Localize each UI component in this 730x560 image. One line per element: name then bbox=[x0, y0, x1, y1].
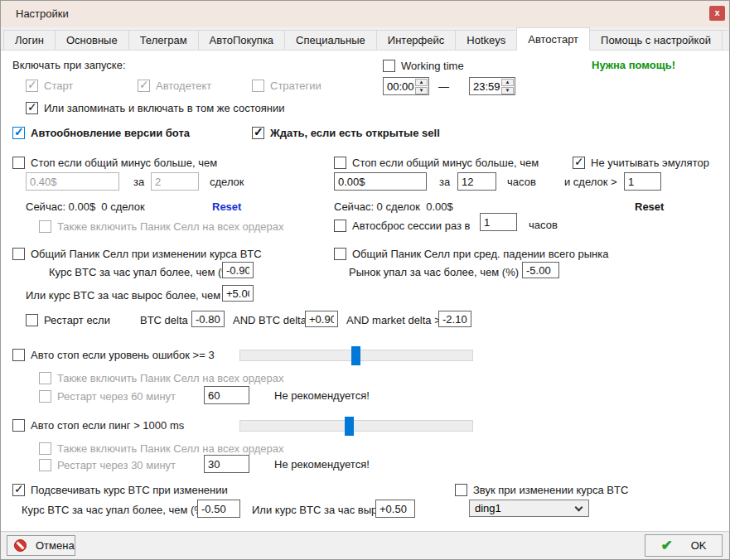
cancel-button[interactable]: Отмена bbox=[7, 535, 75, 556]
ping-level-slider[interactable] bbox=[239, 420, 473, 432]
errors-panic-sell-checkbox[interactable]: Также включить Паник Селл на всех ордера… bbox=[39, 370, 284, 385]
stop-hours-input[interactable] bbox=[457, 172, 496, 191]
checkbox-label: Авто стоп если уровень ошибок >= 3 bbox=[31, 349, 215, 361]
time-from-spinner[interactable]: 00:00 ▲ ▼ bbox=[383, 77, 429, 95]
stop-amount-mid-input[interactable] bbox=[334, 172, 427, 191]
checkbox-icon bbox=[12, 157, 25, 169]
market-panic-checkbox[interactable]: Общий Паник Селл при сред. падении всего… bbox=[334, 246, 608, 261]
tab-login[interactable]: Логин bbox=[3, 30, 56, 51]
checkbox-icon bbox=[12, 419, 25, 432]
btc-fell-input[interactable] bbox=[222, 262, 254, 278]
tab-autostart[interactable]: Автостарт bbox=[516, 27, 590, 51]
highlight-fell-input[interactable] bbox=[197, 500, 240, 518]
spin-up-icon[interactable]: ▲ bbox=[501, 79, 514, 86]
working-time-checkbox[interactable]: Working time bbox=[383, 58, 464, 73]
checkbox-label: Рестарт через 30 минут bbox=[57, 459, 176, 471]
checkbox-icon bbox=[12, 349, 25, 361]
checkbox-icon bbox=[12, 484, 25, 496]
session-autoreset-checkbox[interactable]: Автосброс сессии раз в bbox=[334, 218, 471, 233]
autodetect-checkbox[interactable]: Автодетект bbox=[138, 78, 211, 93]
ok-label: OK bbox=[691, 539, 707, 552]
btc-panic-checkbox[interactable]: Общий Паник Селл при изменении курса BTC bbox=[12, 246, 262, 261]
spinner-buttons: ▲ ▼ bbox=[414, 78, 428, 94]
btc-delta-lt-input[interactable] bbox=[305, 311, 338, 327]
market-delta-gt-input[interactable] bbox=[438, 311, 471, 327]
tab-special[interactable]: Специальные bbox=[284, 30, 377, 51]
tab-main[interactable]: Основные bbox=[55, 30, 129, 51]
slider-thumb[interactable] bbox=[351, 346, 360, 365]
checkbox-icon bbox=[334, 248, 346, 260]
time-to-value: 23:59 bbox=[470, 78, 500, 94]
tab-setup-help[interactable]: Помощь с настройкой bbox=[589, 30, 723, 51]
ping-panic-sell-checkbox[interactable]: Также включить Паник Селл на всех ордера… bbox=[39, 441, 284, 456]
reset-left-link[interactable]: Reset bbox=[212, 200, 241, 215]
market-fell-label: Рынок упал за час более, чем (%) bbox=[349, 265, 519, 280]
ok-check-icon: ✔ bbox=[660, 538, 672, 553]
highlight-rose-input[interactable] bbox=[375, 500, 415, 518]
ignore-emulator-checkbox[interactable]: Не учитывать эмулятор bbox=[573, 155, 709, 170]
checkbox-label: Автообновление версии бота bbox=[31, 127, 190, 139]
ok-button[interactable]: ✔ OK bbox=[645, 534, 723, 557]
errors-restart-minutes-input[interactable] bbox=[204, 386, 249, 404]
ping-restart-checkbox[interactable]: Рестарт через 30 минут bbox=[39, 457, 176, 472]
checkbox-icon bbox=[334, 220, 346, 232]
remember-state-checkbox[interactable]: Или запоминать и включать в том же состо… bbox=[26, 100, 284, 115]
tab-hotkeys[interactable]: Hotkeys bbox=[455, 30, 517, 51]
emulator-deals-input[interactable] bbox=[624, 172, 661, 191]
sound-btc-checkbox[interactable]: Звук при изменении курса BTC bbox=[455, 482, 628, 497]
spin-up-icon[interactable]: ▲ bbox=[415, 79, 428, 86]
checkbox-icon bbox=[39, 459, 51, 471]
autostop-errors-checkbox[interactable]: Авто стоп если уровень ошибок >= 3 bbox=[12, 347, 215, 362]
checkbox-label: Ждать, если есть открытые sell bbox=[270, 127, 440, 139]
stop-total-left-checkbox[interactable]: Стоп если общий минус больше, чем bbox=[12, 155, 217, 170]
checkbox-label: Также включить Паник Селл на всех ордера… bbox=[57, 372, 284, 384]
close-button[interactable]: x bbox=[709, 6, 725, 21]
hours-unit-label: часов bbox=[529, 218, 558, 233]
tab-interface[interactable]: Интерфейс bbox=[376, 30, 456, 51]
reset-right-link[interactable]: Reset bbox=[635, 200, 664, 215]
spin-down-icon[interactable]: ▼ bbox=[415, 87, 428, 94]
sound-select[interactable]: ding1 bbox=[469, 500, 589, 517]
checkbox-icon bbox=[334, 157, 346, 169]
spin-down-icon[interactable]: ▼ bbox=[501, 87, 514, 94]
need-help-link[interactable]: Нужна помощь! bbox=[592, 58, 675, 73]
checkbox-label: Авто стоп если пинг > 1000 ms bbox=[31, 419, 184, 432]
tab-telegram[interactable]: Телеграм bbox=[128, 30, 199, 51]
current-stats-left: Сейчас: 0.00$ 0 сделок bbox=[26, 200, 145, 215]
btc-rose-input[interactable] bbox=[222, 285, 254, 302]
tab-autobuy[interactable]: АвтоПокупка bbox=[198, 30, 285, 51]
deals-unit-label: сделок bbox=[210, 175, 244, 190]
slider-thumb[interactable] bbox=[345, 417, 354, 436]
checkbox-label: Подсвечивать курс BTC при изменении bbox=[31, 484, 228, 496]
ping-restart-minutes-input[interactable] bbox=[204, 455, 249, 473]
window-title: Настройки bbox=[16, 7, 69, 20]
checkbox-icon bbox=[39, 442, 51, 455]
errors-level-slider[interactable] bbox=[239, 350, 473, 361]
time-to-spinner[interactable]: 23:59 ▲ ▼ bbox=[469, 77, 515, 95]
stop-amount-left-input[interactable] bbox=[26, 172, 119, 191]
start-checkbox[interactable]: Старт bbox=[26, 78, 73, 93]
autostop-ping-checkbox[interactable]: Авто стоп если пинг > 1000 ms bbox=[12, 418, 184, 432]
tab-pro[interactable]: PRO bbox=[722, 30, 730, 51]
errors-restart-checkbox[interactable]: Рестарт через 60 минут bbox=[39, 389, 176, 403]
btc-delta-lt-label: AND BTC delta < bbox=[233, 313, 316, 328]
strategies-checkbox[interactable]: Стратегии bbox=[252, 78, 321, 93]
checkbox-label: Стратегии bbox=[270, 80, 321, 92]
stop-total-mid-checkbox[interactable]: Стоп если общий минус больше, чем bbox=[334, 155, 539, 170]
checkbox-icon bbox=[573, 157, 585, 169]
wait-open-sell-checkbox[interactable]: Ждать, если есть открытые sell bbox=[252, 125, 440, 140]
session-autoreset-hours-input[interactable] bbox=[480, 213, 517, 231]
checkbox-label: Стоп если общий минус больше, чем bbox=[352, 157, 539, 169]
checkbox-label: Старт bbox=[44, 80, 73, 92]
btc-delta-gt-input[interactable] bbox=[191, 311, 225, 327]
panic-sell-left-checkbox[interactable]: Также включить Паник Селл на всех ордера… bbox=[39, 219, 284, 234]
checkbox-icon bbox=[383, 60, 395, 72]
autoupdate-checkbox[interactable]: Автообновление версии бота bbox=[12, 125, 190, 140]
za-label: за bbox=[439, 175, 450, 190]
time-from-value: 00:00 bbox=[384, 78, 414, 94]
checkbox-icon bbox=[252, 127, 264, 139]
market-fell-input[interactable] bbox=[522, 262, 559, 278]
restart-if-checkbox[interactable]: Рестарт если bbox=[26, 312, 110, 327]
highlight-btc-checkbox[interactable]: Подсвечивать курс BTC при изменении bbox=[12, 482, 228, 497]
stop-deals-count-input[interactable] bbox=[151, 172, 199, 191]
